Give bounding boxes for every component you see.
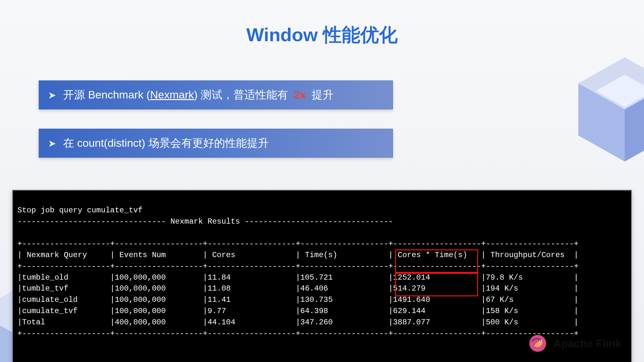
cube-decoration-top-right [567,51,644,167]
highlight-box-cumulate [395,272,478,296]
slide-root: { "title": "Window 性能优化", "callout1": { … [0,0,644,362]
term-banner: -------------------------------- Nexmark… [17,217,393,226]
callout-benchmark: ➤ 开源 Benchmark (Nexmark) 测试，普适性能有 2x 提升 [39,80,393,109]
term-rule: +-------------------+-------------------… [17,262,579,271]
table-row: |cumulate_old |100,000,000 |11.41 |130.7… [17,295,579,304]
flink-logo-icon [528,334,547,353]
term-rule: +-------------------+-------------------… [17,329,579,338]
callout1-highlight: 2x [294,88,306,101]
slide-title: Window 性能优化 [0,23,644,48]
callout1-mid: ) 测试，普适性能有 [194,88,291,101]
highlight-box-tumble [395,249,478,274]
term-stop-line: Stop job query cumulate_tvf [17,206,143,215]
callout-text: 在 count(distinct) 场景会有更好的性能提升 [63,136,269,151]
callout-countdistinct: ➤ 在 count(distinct) 场景会有更好的性能提升 [39,129,393,158]
callout1-pre: 开源 Benchmark ( [63,88,150,101]
chevron-right-icon: ➤ [48,89,56,101]
callout1-link: Nexmark [150,88,194,101]
footer: Apache Flink [528,334,621,353]
svg-point-9 [540,340,542,342]
term-rule: +-------------------+-------------------… [17,239,579,248]
term-header-row: | Nexmark Query | Events Num | Cores | T… [17,251,579,259]
table-row: |tumble_tvf |100,000,000 |11.08 |46.406 … [17,284,579,293]
table-row: |tumble_old |100,000,000 |11.84 |105.721… [17,273,579,282]
footer-brand: Apache Flink [553,337,621,350]
callout1-post: 提升 [308,88,333,101]
callout-text: 开源 Benchmark (Nexmark) 测试，普适性能有 2x 提升 [63,88,334,102]
chevron-right-icon: ➤ [48,138,56,149]
table-row: |cumulate_tvf |100,000,000 |9.77 |64.398… [17,307,579,315]
table-row: |Total |400,000,000 |44.104 |347.260 |38… [17,318,579,327]
